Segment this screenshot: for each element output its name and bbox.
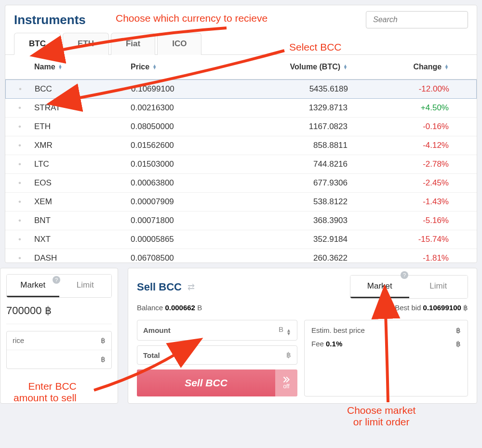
tab-fiat[interactable]: Fiat xyxy=(111,33,155,55)
tab-btc[interactable]: BTC xyxy=(14,33,61,55)
off-toggle[interactable]: off xyxy=(275,369,297,396)
row-dot: • xyxy=(5,178,34,188)
row-volume: 538.8122 xyxy=(241,197,362,207)
row-change: -4.12% xyxy=(362,141,463,150)
chevron-right-icon xyxy=(283,376,290,383)
col-price[interactable]: Price▲▼ xyxy=(131,63,241,71)
row-change: -5.16% xyxy=(362,216,463,225)
table-row[interactable]: •NXT0.00005865352.9184-15.74% xyxy=(5,230,477,249)
balance-label: Balance 0.000662 B xyxy=(137,303,202,312)
row-name: BCC xyxy=(35,84,131,94)
amount-input[interactable]: Amount B▲▼ xyxy=(137,320,297,341)
row-dot: • xyxy=(5,216,34,225)
row-change: -1.81% xyxy=(362,253,463,263)
row-dot: • xyxy=(5,235,34,244)
currency-tabs: BTC ETH Fiat ICO xyxy=(5,32,477,55)
left-price-display: 700000 ฿ xyxy=(6,298,112,324)
tab-eth[interactable]: ETH xyxy=(63,33,109,55)
sell-panel: Sell BCC ⇄ ? Market Limit Balance 0.0006… xyxy=(128,268,477,404)
row-volume: 5435.6189 xyxy=(242,84,362,94)
col-name[interactable]: Name▲▼ xyxy=(34,63,131,71)
table-row[interactable]: •XMR0.01562600858.8811-4.12% xyxy=(5,136,477,155)
row-dot: • xyxy=(5,197,34,207)
row-volume: 1329.8713 xyxy=(241,103,362,113)
fee-label: Fee 0.1% xyxy=(311,340,342,348)
sell-market-tab[interactable]: Market xyxy=(350,276,409,298)
swap-icon[interactable]: ⇄ xyxy=(187,282,195,292)
left-market-tab[interactable]: Market xyxy=(7,275,59,297)
row-name: EOS xyxy=(34,178,131,188)
row-volume: 677.9306 xyxy=(241,178,362,188)
row-price: 0.08050000 xyxy=(131,122,241,132)
instruments-title: Instruments xyxy=(14,13,86,27)
row-dot: • xyxy=(5,103,34,113)
amount-stepper[interactable]: ▲▼ xyxy=(286,329,291,335)
left-limit-tab[interactable]: Limit xyxy=(59,275,112,297)
row-dot: • xyxy=(5,141,34,150)
row-price: 0.10699100 xyxy=(131,84,242,94)
row-change: +4.50% xyxy=(362,103,463,113)
sell-button[interactable]: Sell BCC xyxy=(137,369,275,396)
row-change: -1.43% xyxy=(362,197,463,207)
row-name: STRAT xyxy=(34,103,131,113)
row-change: -15.74% xyxy=(362,235,463,244)
estim-label: Estim. best price xyxy=(311,326,365,335)
row-change: -0.16% xyxy=(362,122,463,132)
left-blank-row: ฿ xyxy=(7,350,111,369)
left-price-row: rice฿ xyxy=(7,331,111,350)
row-dot: • xyxy=(5,159,34,169)
col-change[interactable]: Change▲▼ xyxy=(362,63,463,71)
help-icon[interactable]: ? xyxy=(53,276,60,284)
sort-icon: ▲▼ xyxy=(444,65,449,69)
table-row[interactable]: •BNT0.00071800368.3903-5.16% xyxy=(5,211,477,230)
row-change: -12.00% xyxy=(362,84,464,94)
row-dot: • xyxy=(6,84,35,94)
row-volume: 1167.0823 xyxy=(241,122,362,132)
row-name: XEM xyxy=(34,197,131,207)
left-order-panel: ? Market Limit 700000 ฿ rice฿ ฿ xyxy=(0,268,118,404)
sort-icon: ▲▼ xyxy=(152,65,157,69)
table-row[interactable]: •STRAT0.002163001329.8713+4.50% xyxy=(5,99,477,118)
estimate-box: Estim. best price฿ Fee 0.1%฿ xyxy=(304,320,468,396)
row-dot: • xyxy=(5,253,34,263)
table-row[interactable]: •BCC0.106991005435.6189-12.00% xyxy=(5,79,477,99)
sort-icon: ▲▼ xyxy=(58,65,63,69)
table-row[interactable]: •DASH0.06708500260.3622-1.81% xyxy=(5,249,477,263)
col-volume[interactable]: Volume (BTC)▲▼ xyxy=(241,63,362,71)
row-price: 0.00071800 xyxy=(131,216,241,225)
row-change: -2.78% xyxy=(362,159,463,169)
table-body: •BCC0.106991005435.6189-12.00%•STRAT0.00… xyxy=(5,79,477,263)
table-header: Name▲▼ Price▲▼ Volume (BTC)▲▼ Change▲▼ xyxy=(5,55,477,79)
sell-title: Sell BCC xyxy=(137,281,182,293)
table-row[interactable]: •EOS0.00063800677.9306-2.45% xyxy=(5,174,477,193)
sell-limit-tab[interactable]: Limit xyxy=(409,276,468,298)
row-volume: 260.3622 xyxy=(241,253,362,263)
row-price: 0.00007909 xyxy=(131,197,241,207)
row-name: NXT xyxy=(34,235,131,244)
row-name: DASH xyxy=(34,253,131,263)
row-volume: 352.9184 xyxy=(241,235,362,244)
table-row[interactable]: •XEM0.00007909538.8122-1.43% xyxy=(5,193,477,211)
row-name: XMR xyxy=(34,141,131,150)
row-dot: • xyxy=(5,122,34,132)
row-price: 0.06708500 xyxy=(131,253,241,263)
annotation-choose-market: Choose market or limit order xyxy=(347,405,415,428)
row-name: BNT xyxy=(34,216,131,225)
row-price: 0.01503000 xyxy=(131,159,241,169)
row-change: -2.45% xyxy=(362,178,463,188)
row-volume: 368.3903 xyxy=(241,216,362,225)
row-price: 0.01562600 xyxy=(131,141,241,150)
table-row[interactable]: •LTC0.01503000744.8216-2.78% xyxy=(5,155,477,174)
row-price: 0.00063800 xyxy=(131,178,241,188)
search-input[interactable] xyxy=(366,11,468,28)
total-input[interactable]: Total ฿ xyxy=(137,345,297,365)
row-name: LTC xyxy=(34,159,131,169)
help-icon[interactable]: ? xyxy=(401,271,408,279)
row-volume: 858.8811 xyxy=(241,141,362,150)
row-price: 0.00216300 xyxy=(131,103,241,113)
sort-icon: ▲▼ xyxy=(343,65,348,69)
best-bid: Best bid 0.10699100 ฿ xyxy=(395,303,468,312)
tab-ico[interactable]: ICO xyxy=(157,33,201,55)
row-volume: 744.8216 xyxy=(241,159,362,169)
table-row[interactable]: •ETH0.080500001167.0823-0.16% xyxy=(5,118,477,136)
